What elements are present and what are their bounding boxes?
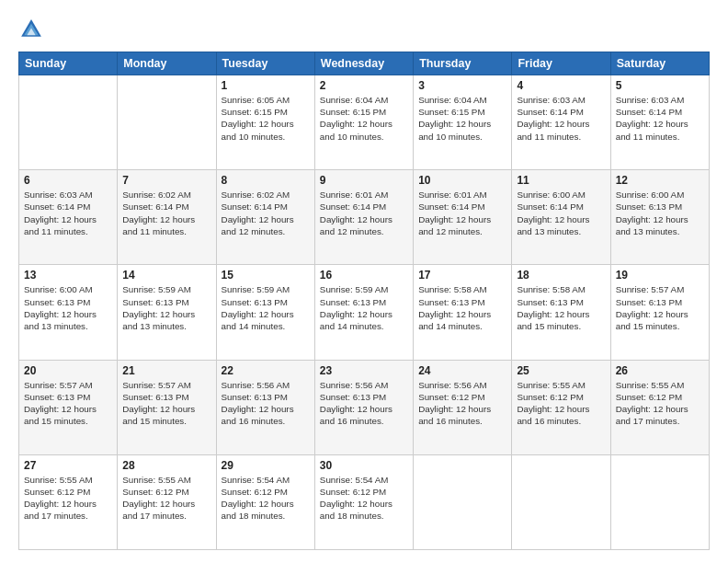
calendar-cell: 13Sunrise: 6:00 AM Sunset: 6:13 PM Dayli… [19,265,118,360]
day-number: 4 [517,79,605,92]
calendar-day-header: Sunday [19,52,118,75]
calendar-day-header: Thursday [414,52,512,75]
cell-content: Sunrise: 6:00 AM Sunset: 6:14 PM Dayligh… [517,189,605,237]
day-number: 18 [517,269,605,282]
calendar-week-row: 27Sunrise: 5:55 AM Sunset: 6:12 PM Dayli… [19,454,710,549]
calendar-cell: 3Sunrise: 6:04 AM Sunset: 6:15 PM Daylig… [414,75,512,170]
cell-content: Sunrise: 5:59 AM Sunset: 6:13 PM Dayligh… [320,283,408,332]
cell-content: Sunrise: 6:04 AM Sunset: 6:15 PM Dayligh… [320,94,408,143]
calendar-cell: 16Sunrise: 5:59 AM Sunset: 6:13 PM Dayli… [314,265,413,360]
cell-content: Sunrise: 6:05 AM Sunset: 6:15 PM Dayligh… [222,94,310,143]
cell-content: Sunrise: 5:55 AM Sunset: 6:12 PM Dayligh… [24,474,112,523]
calendar-cell: 10Sunrise: 6:01 AM Sunset: 6:14 PM Dayli… [414,170,512,265]
calendar-cell: 21Sunrise: 5:57 AM Sunset: 6:13 PM Dayli… [118,360,216,454]
calendar-cell: 18Sunrise: 5:58 AM Sunset: 6:13 PM Dayli… [512,265,610,360]
day-number: 20 [24,364,112,377]
cell-content: Sunrise: 5:54 AM Sunset: 6:12 PM Dayligh… [320,474,408,523]
calendar-cell: 2Sunrise: 6:04 AM Sunset: 6:15 PM Daylig… [314,75,413,170]
day-number: 25 [517,364,605,377]
calendar-week-row: 6Sunrise: 6:03 AM Sunset: 6:14 PM Daylig… [19,170,710,265]
cell-content: Sunrise: 6:03 AM Sunset: 6:14 PM Dayligh… [24,189,112,237]
calendar-cell [19,75,118,170]
day-number: 29 [222,459,310,472]
calendar-cell: 5Sunrise: 6:03 AM Sunset: 6:14 PM Daylig… [610,75,709,170]
calendar-cell: 26Sunrise: 5:55 AM Sunset: 6:12 PM Dayli… [610,360,709,454]
calendar-cell: 30Sunrise: 5:54 AM Sunset: 6:12 PM Dayli… [314,454,413,549]
day-number: 5 [616,79,704,92]
calendar-day-header: Wednesday [314,52,413,75]
calendar-cell: 7Sunrise: 6:02 AM Sunset: 6:14 PM Daylig… [118,170,216,265]
day-number: 19 [616,269,704,282]
calendar-cell [414,454,512,549]
cell-content: Sunrise: 5:57 AM Sunset: 6:13 PM Dayligh… [616,283,704,332]
day-number: 22 [222,364,310,377]
calendar-header-row: SundayMondayTuesdayWednesdayThursdayFrid… [19,52,710,75]
day-number: 30 [320,459,408,472]
calendar-week-row: 1Sunrise: 6:05 AM Sunset: 6:15 PM Daylig… [19,75,710,170]
cell-content: Sunrise: 5:57 AM Sunset: 6:13 PM Dayligh… [122,379,210,428]
day-number: 7 [122,174,210,187]
calendar-cell: 6Sunrise: 6:03 AM Sunset: 6:14 PM Daylig… [19,170,118,265]
day-number: 9 [320,174,408,187]
calendar-cell: 28Sunrise: 5:55 AM Sunset: 6:12 PM Dayli… [118,454,216,549]
cell-content: Sunrise: 5:57 AM Sunset: 6:13 PM Dayligh… [24,379,112,428]
calendar-cell: 4Sunrise: 6:03 AM Sunset: 6:14 PM Daylig… [512,75,610,170]
cell-content: Sunrise: 5:59 AM Sunset: 6:13 PM Dayligh… [222,283,310,332]
day-number: 14 [122,269,210,282]
cell-content: Sunrise: 6:01 AM Sunset: 6:14 PM Dayligh… [320,189,408,237]
calendar-cell: 8Sunrise: 6:02 AM Sunset: 6:14 PM Daylig… [216,170,314,265]
calendar-cell: 17Sunrise: 5:58 AM Sunset: 6:13 PM Dayli… [414,265,512,360]
header [18,17,710,42]
cell-content: Sunrise: 5:58 AM Sunset: 6:13 PM Dayligh… [517,283,605,332]
cell-content: Sunrise: 6:02 AM Sunset: 6:14 PM Dayligh… [222,189,310,237]
cell-content: Sunrise: 6:04 AM Sunset: 6:15 PM Dayligh… [418,94,506,143]
day-number: 28 [122,459,210,472]
calendar-cell: 9Sunrise: 6:01 AM Sunset: 6:14 PM Daylig… [314,170,413,265]
calendar-cell [118,75,216,170]
page: SundayMondayTuesdayWednesdayThursdayFrid… [0,0,728,563]
calendar-week-row: 20Sunrise: 5:57 AM Sunset: 6:13 PM Dayli… [19,360,710,454]
calendar-week-row: 13Sunrise: 6:00 AM Sunset: 6:13 PM Dayli… [19,265,710,360]
calendar-cell: 25Sunrise: 5:55 AM Sunset: 6:12 PM Dayli… [512,360,610,454]
day-number: 1 [222,79,310,92]
day-number: 10 [418,174,506,187]
cell-content: Sunrise: 5:55 AM Sunset: 6:12 PM Dayligh… [122,474,210,523]
calendar-table: SundayMondayTuesdayWednesdayThursdayFrid… [18,52,710,550]
calendar-cell: 11Sunrise: 6:00 AM Sunset: 6:14 PM Dayli… [512,170,610,265]
day-number: 27 [24,459,112,472]
day-number: 26 [616,364,704,377]
calendar-day-header: Saturday [610,52,709,75]
day-number: 2 [320,79,408,92]
cell-content: Sunrise: 5:56 AM Sunset: 6:12 PM Dayligh… [418,379,506,428]
cell-content: Sunrise: 5:56 AM Sunset: 6:13 PM Dayligh… [222,379,310,428]
cell-content: Sunrise: 6:03 AM Sunset: 6:14 PM Dayligh… [616,94,704,143]
calendar-cell: 29Sunrise: 5:54 AM Sunset: 6:12 PM Dayli… [216,454,314,549]
cell-content: Sunrise: 5:54 AM Sunset: 6:12 PM Dayligh… [222,474,310,523]
cell-content: Sunrise: 6:01 AM Sunset: 6:14 PM Dayligh… [418,189,506,237]
day-number: 15 [222,269,310,282]
day-number: 23 [320,364,408,377]
day-number: 24 [418,364,506,377]
day-number: 21 [122,364,210,377]
calendar-cell [610,454,709,549]
calendar-cell: 15Sunrise: 5:59 AM Sunset: 6:13 PM Dayli… [216,265,314,360]
day-number: 8 [222,174,310,187]
calendar-cell: 19Sunrise: 5:57 AM Sunset: 6:13 PM Dayli… [610,265,709,360]
day-number: 11 [517,174,605,187]
calendar-cell: 27Sunrise: 5:55 AM Sunset: 6:12 PM Dayli… [19,454,118,549]
cell-content: Sunrise: 5:56 AM Sunset: 6:13 PM Dayligh… [320,379,408,428]
logo [18,17,48,42]
cell-content: Sunrise: 5:55 AM Sunset: 6:12 PM Dayligh… [517,379,605,428]
calendar-day-header: Tuesday [216,52,314,75]
cell-content: Sunrise: 5:55 AM Sunset: 6:12 PM Dayligh… [616,379,704,428]
cell-content: Sunrise: 6:00 AM Sunset: 6:13 PM Dayligh… [616,189,704,237]
cell-content: Sunrise: 6:02 AM Sunset: 6:14 PM Dayligh… [122,189,210,237]
day-number: 16 [320,269,408,282]
calendar-cell: 23Sunrise: 5:56 AM Sunset: 6:13 PM Dayli… [314,360,413,454]
calendar-cell: 24Sunrise: 5:56 AM Sunset: 6:12 PM Dayli… [414,360,512,454]
calendar-day-header: Monday [118,52,216,75]
cell-content: Sunrise: 6:00 AM Sunset: 6:13 PM Dayligh… [24,283,112,332]
calendar-cell: 1Sunrise: 6:05 AM Sunset: 6:15 PM Daylig… [216,75,314,170]
calendar-cell [512,454,610,549]
day-number: 3 [418,79,506,92]
